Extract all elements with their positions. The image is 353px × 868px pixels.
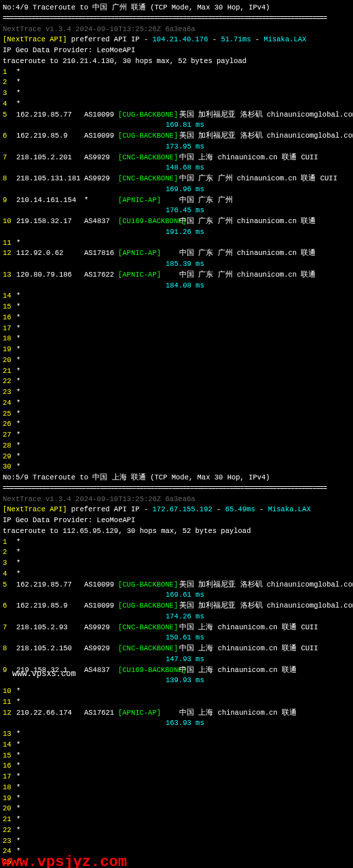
hop-row: 26* <box>3 419 350 430</box>
hop-row: 19* <box>3 793 350 804</box>
hop-row: 5162.219.85.77AS10099[CUG-BACKBONE]美国 加利… <box>3 110 350 121</box>
hop-row: 10* <box>3 686 350 697</box>
hop-row: 18* <box>3 334 350 344</box>
hop-row: 24* <box>3 398 350 409</box>
hop-row: 13* <box>3 729 350 740</box>
hop-row: 25* <box>3 409 350 420</box>
hop-row: 5162.219.85.77AS10099[CUG-BACKBONE]美国 加利… <box>3 580 350 591</box>
hop-row: 16* <box>3 313 350 323</box>
hop-row: 7218.105.2.93AS9929[CNC-BACKBONE]中国 上海 c… <box>3 623 350 633</box>
watermark-text-red: www.vpsjyz.com <box>1 851 127 868</box>
hop-row: 12210.22.66.174AS17621[APNIC-AP]中国 上海 ch… <box>3 708 350 719</box>
hop-latency: 191.26 ms <box>3 227 350 238</box>
hop-row: 2* <box>3 547 350 558</box>
hop-row: 16* <box>3 761 350 772</box>
hop-row: 23* <box>3 836 350 847</box>
hop-row: 19* <box>3 344 350 355</box>
hop-row: 20* <box>3 355 350 366</box>
hop-row: 21* <box>3 814 350 825</box>
hop-row: 13120.80.79.186AS17622[APNIC-AP]中国 广东 广州… <box>3 270 350 281</box>
hop-row: 30* <box>3 462 350 473</box>
watermark-text: www.vpsxs.com <box>12 668 76 680</box>
hop-row: 6162.219.85.9AS10099[CUG-BACKBONE]美国 加利福… <box>3 131 350 142</box>
api-line: [NextTrace API] preferred API IP - 172.6… <box>3 505 350 515</box>
hop-latency: 184.08 ms <box>3 281 350 292</box>
hop-row: 22* <box>3 825 350 836</box>
hop-row: 3* <box>3 88 350 99</box>
hop-row: 27* <box>3 430 350 441</box>
hop-latency: 163.93 ms <box>3 718 350 729</box>
hop-row: 6162.219.85.9AS10099[CUG-BACKBONE]美国 加利福… <box>3 601 350 612</box>
hop-row: 21* <box>3 366 350 377</box>
divider: ========================================… <box>3 484 350 494</box>
hop-latency: 147.93 ms <box>3 654 350 665</box>
hop-row: 2* <box>3 77 350 88</box>
hop-row: 20* <box>3 804 350 814</box>
hop-latency: 169.81 ms <box>3 120 350 131</box>
trace-header: No:5/9 Traceroute to 中国 上海 联通 (TCP Mode,… <box>3 473 350 484</box>
hop-row: 10219.158.32.17AS4837[CU169-BACKBONE]中国 … <box>3 216 350 227</box>
version-line: NextTrace v1.3.4 2024-09-10T13:25:26Z 6a… <box>3 494 350 505</box>
target-line: traceroute to 112.65.95.129, 30 hops max… <box>3 526 350 537</box>
hop-row: 8218.105.2.150AS9929[CNC-BACKBONE]中国 上海 … <box>3 644 350 654</box>
hop-latency: 174.26 ms <box>3 612 350 623</box>
hop-row: 9210.14.161.154*[APNIC-AP]中国 广东 广州 <box>3 195 350 206</box>
trace-header: No:4/9 Traceroute to 中国 广州 联通 (TCP Mode,… <box>3 3 350 14</box>
hop-latency: 173.95 ms <box>3 142 350 153</box>
hop-row: 8218.105.131.181AS9929[CNC-BACKBONE]中国 广… <box>3 174 350 184</box>
hop-row: 11* <box>3 697 350 708</box>
hop-row: 15* <box>3 302 350 313</box>
hop-row: 22* <box>3 376 350 387</box>
hop-row: 3* <box>3 558 350 569</box>
hop-row: 17* <box>3 323 350 334</box>
hop-row: 14* <box>3 740 350 751</box>
api-line: [NextTrace API] preferred API IP - 104.2… <box>3 35 350 45</box>
hop-row: 23* <box>3 387 350 398</box>
hop-latency: 169.61 ms <box>3 590 350 601</box>
version-line: NextTrace v1.3.4 2024-09-10T13:25:26Z 6a… <box>3 24 350 35</box>
hop-row: 4* <box>3 569 350 580</box>
hop-row: 29* <box>3 452 350 462</box>
hop-row: 11* <box>3 238 350 249</box>
hop-row: 15* <box>3 751 350 762</box>
provider-line: IP Geo Data Provider: LeoMoeAPI <box>3 45 350 56</box>
hop-row: 4* <box>3 99 350 110</box>
divider: ========================================… <box>3 14 350 24</box>
hop-latency: 169.96 ms <box>3 184 350 195</box>
hop-row: 12112.92.0.62AS17816[APNIC-AP]中国 广东 广州 c… <box>3 248 350 259</box>
hop-row: 1* <box>3 67 350 78</box>
hop-latency: 150.61 ms <box>3 633 350 644</box>
hop-latency: 185.39 ms <box>3 259 350 270</box>
hop-row: 17* <box>3 772 350 783</box>
hop-latency: 148.68 ms <box>3 163 350 174</box>
hop-latency: 176.45 ms <box>3 205 350 216</box>
hop-row: 1* <box>3 537 350 548</box>
target-line: traceroute to 210.21.4.130, 30 hops max,… <box>3 56 350 67</box>
hop-row: 28* <box>3 441 350 452</box>
provider-line: IP Geo Data Provider: LeoMoeAPI <box>3 515 350 526</box>
hop-row: 14* <box>3 291 350 302</box>
hop-row: 7218.105.2.201AS9929[CNC-BACKBONE]中国 上海 … <box>3 153 350 163</box>
hop-row: 18* <box>3 783 350 793</box>
